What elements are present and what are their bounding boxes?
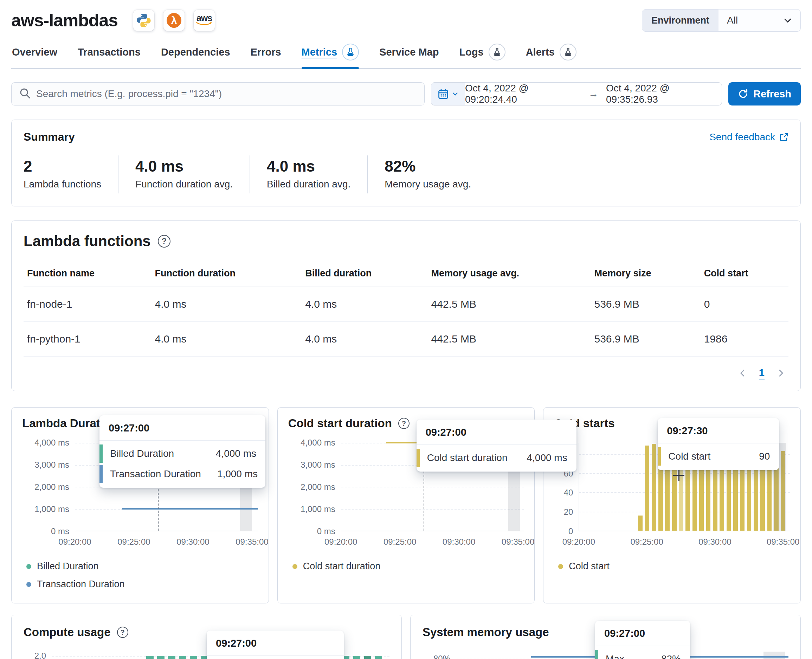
series-color-strip xyxy=(595,650,598,659)
legend-item[interactable]: Cold start duration xyxy=(293,561,524,572)
cell-billed-duration: 4.0 ms xyxy=(302,322,428,356)
bar[interactable] xyxy=(146,656,153,659)
y-tick-label: 80% xyxy=(433,654,450,659)
gridline xyxy=(579,512,790,512)
legend-dot xyxy=(26,564,31,569)
y-tick-label: 2.0 xyxy=(35,651,46,659)
x-tick-label: 09:30:00 xyxy=(176,537,209,547)
chevron-down-icon xyxy=(452,90,459,98)
y-tick-label: 2,000 ms xyxy=(35,482,69,492)
bar[interactable] xyxy=(638,516,642,531)
gridline xyxy=(341,509,524,509)
legend-dot xyxy=(558,564,563,569)
page-title: aws-lambdas xyxy=(11,10,118,31)
legend-item[interactable]: Transaction Duration xyxy=(26,579,258,590)
chart-tooltip: 09:27:00 Cold start duration 4,000 ms xyxy=(417,419,576,471)
tab-transactions[interactable]: Transactions xyxy=(78,44,141,68)
next-page-button[interactable] xyxy=(776,369,785,377)
legend-item[interactable]: Cold start xyxy=(558,561,790,572)
y-tick-label: 2,000 ms xyxy=(301,482,335,492)
bar[interactable] xyxy=(179,656,186,659)
python-icon xyxy=(133,10,154,31)
bar[interactable] xyxy=(652,444,656,531)
compute-usage-chart-card: Compute usage ? 2.01.51.0 09:27:00 Compu… xyxy=(11,615,402,659)
function-link[interactable]: fn-node-1 xyxy=(24,287,151,322)
bar[interactable] xyxy=(157,656,164,659)
tooltip-row: Cold start duration 4,000 ms xyxy=(417,448,576,468)
tab-overview[interactable]: Overview xyxy=(12,44,57,68)
legend-dot xyxy=(26,582,31,587)
y-tick-label: 3,000 ms xyxy=(35,460,69,470)
gridline xyxy=(579,473,790,474)
legend-dot xyxy=(293,564,297,569)
col-function-name: Function name xyxy=(24,268,151,287)
y-tick-label: 1,000 ms xyxy=(35,504,69,514)
bar[interactable] xyxy=(364,656,371,659)
date-end[interactable]: Oct 4, 2022 @ 09:35:26.93 xyxy=(606,83,722,105)
date-range-picker: Oct 4, 2022 @ 09:20:24.40 → Oct 4, 2022 … xyxy=(431,82,722,106)
chart-tooltip: 09:27:30 Cold start 90 xyxy=(658,418,779,470)
tab-service-map[interactable]: Service Map xyxy=(379,44,439,68)
x-tick-label: 09:30:00 xyxy=(442,537,475,547)
tab-metrics[interactable]: Metrics xyxy=(302,44,359,68)
refresh-button[interactable]: Refresh xyxy=(729,82,801,106)
chart-tooltip: 09:27:00 Billed Duration 4,000 ms Transa… xyxy=(99,415,265,488)
legend-item[interactable]: Billed Duration xyxy=(26,561,258,572)
tooltip-row: Cold start 90 xyxy=(658,446,779,467)
send-feedback-link[interactable]: Send feedback xyxy=(709,131,788,143)
previous-page-button[interactable] xyxy=(738,369,747,377)
search-input[interactable] xyxy=(36,88,417,99)
x-axis: 09:20:0009:25:0009:30:0009:35:00 xyxy=(75,531,258,547)
y-tick-label: 0 ms xyxy=(317,527,335,536)
chart-legend: Billed Duration Transaction Duration xyxy=(22,561,258,590)
metrics-toolbar: Oct 4, 2022 @ 09:20:24.40 → Oct 4, 2022 … xyxy=(11,82,801,106)
annotation-band xyxy=(763,652,785,659)
y-tick-label: 0 ms xyxy=(51,527,69,536)
y-tick-label: 4,000 ms xyxy=(301,438,335,448)
tab-dependencies[interactable]: Dependencies xyxy=(161,44,230,68)
x-tick-label: 09:25:00 xyxy=(384,537,416,547)
bar[interactable] xyxy=(353,656,360,659)
external-link-icon xyxy=(779,132,788,142)
summary-panel: Summary Send feedback 2 Lambda functions… xyxy=(11,120,801,207)
x-tick-label: 09:35:00 xyxy=(236,537,268,547)
tab-errors[interactable]: Errors xyxy=(251,44,281,68)
chart-tooltip: 09:27:00 Compute usage 2.0 xyxy=(207,631,344,659)
y-axis: 4,000 ms3,000 ms2,000 ms1,000 ms0 ms xyxy=(22,443,75,531)
beaker-icon xyxy=(342,44,359,60)
help-icon[interactable]: ? xyxy=(158,235,170,248)
series-color-strip xyxy=(417,449,420,467)
help-icon[interactable]: ? xyxy=(398,418,409,429)
y-tick-label: 0 xyxy=(568,527,573,536)
environment-label: Environment xyxy=(642,9,719,31)
y-axis: 80%60%40% xyxy=(423,652,456,659)
environment-select[interactable]: Environment All xyxy=(642,9,801,32)
page-number[interactable]: 1 xyxy=(759,367,765,379)
col-memory-usage: Memory usage avg. xyxy=(428,268,591,287)
function-link[interactable]: fn-python-1 xyxy=(24,322,151,356)
bar[interactable] xyxy=(168,656,175,659)
series-color-strip xyxy=(99,465,103,483)
y-tick-label: 4,000 ms xyxy=(35,438,69,448)
x-tick-label: 09:30:00 xyxy=(699,537,731,547)
cell-function-duration: 4.0 ms xyxy=(151,322,302,356)
cell-billed-duration: 4.0 ms xyxy=(302,287,428,322)
date-start[interactable]: Oct 4, 2022 @ 09:20:24.40 xyxy=(465,83,581,105)
tab-logs[interactable]: Logs xyxy=(459,44,505,68)
service-icon-badges: λ aws xyxy=(133,10,215,31)
help-icon[interactable]: ? xyxy=(117,627,128,638)
lambda-functions-title: Lambda functions xyxy=(24,233,151,250)
calendar-button[interactable] xyxy=(431,83,465,105)
stat-billed-duration: 4.0 ms Billed duration avg. xyxy=(267,155,368,193)
bar[interactable] xyxy=(645,446,649,531)
apm-service-page: aws-lambdas λ aws xyxy=(0,0,812,659)
bar[interactable] xyxy=(190,656,197,659)
chart-title: Compute usage xyxy=(24,626,111,639)
y-axis: 2.01.51.0 xyxy=(24,652,52,659)
chart-tooltip: 09:27:00 Max 82% Average 82% xyxy=(595,621,690,659)
lambda-functions-table: Function name Function duration Billed d… xyxy=(24,268,788,356)
bar[interactable] xyxy=(375,656,382,659)
cell-cold-start: 1986 xyxy=(700,322,788,356)
aws-lambda-icon: λ xyxy=(164,10,184,31)
tab-alerts[interactable]: Alerts xyxy=(526,44,576,68)
